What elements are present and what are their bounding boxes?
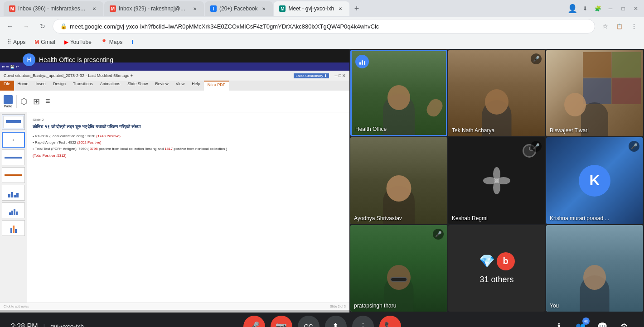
ppt-notes-area[interactable]: Click to add notes Slide 2 of 3: [0, 303, 349, 310]
bookmark-gmail[interactable]: M Gmail: [31, 38, 58, 46]
bookmark-youtube[interactable]: ▶ YouTube: [61, 38, 95, 46]
tab-close-3[interactable]: ✕: [260, 5, 267, 12]
ppt-tab-file[interactable]: File: [0, 81, 14, 91]
bookmark-facebook[interactable]: f: [128, 38, 137, 46]
present-button[interactable]: ⬆: [325, 316, 347, 327]
ppt-thumb-5[interactable]: [2, 185, 25, 201]
tab-meet[interactable]: M Meet - gvj-yxco-ixh ✕: [274, 1, 349, 16]
ppt-ribbon-tabs: File Home Insert Design Transitions Anim…: [0, 81, 349, 91]
ppt-quick-styles-icon: ≡: [45, 96, 50, 106]
participant-name-you: You: [550, 303, 559, 309]
participant-name-pratap: pratapsingh tharu: [354, 303, 396, 309]
ppt-tab-view[interactable]: View: [172, 81, 188, 91]
tab-title-4: Meet - gvj-yxco-ixh: [288, 5, 334, 12]
tab-facebook[interactable]: f (20+) Facebook ✕: [205, 1, 273, 16]
ppt-tab-animations[interactable]: Animations: [97, 81, 124, 91]
ppt-bullet-3-pos1: 3795: [90, 147, 98, 151]
participant-tile-keshab: 🎤 Keshab Regmi: [448, 137, 545, 224]
ppt-thumb-4[interactable]: [2, 167, 25, 183]
minimize-button[interactable]: ─: [606, 4, 615, 13]
gmail-favicon-1: M: [9, 5, 15, 12]
browser-chrome: M Inbox (396) - mishrarakesh20@g... ✕ M …: [0, 0, 644, 49]
address-bar[interactable]: 🔒 meet.google.com/gvj-yxco-ixh?fbclid=Iw…: [53, 19, 595, 34]
tab-bar: M Inbox (396) - mishrarakesh20@g... ✕ M …: [0, 0, 644, 17]
tab-close-1[interactable]: ✕: [91, 5, 98, 12]
ppt-bullet-3-end: positive from nonlocal collection ): [173, 147, 227, 151]
ppt-tab-review[interactable]: Review: [151, 81, 172, 91]
maximize-button[interactable]: □: [619, 4, 628, 13]
ppt-tab-slideshow[interactable]: Slide Show: [124, 81, 151, 91]
ppt-thumb-6[interactable]: [2, 202, 25, 218]
more-right-button[interactable]: ⚙: [615, 317, 633, 327]
bookmark-maps[interactable]: 📍 Maps: [97, 38, 126, 46]
meeting-info: 2:28 PM | gvj-yxco-ixh: [11, 322, 84, 327]
participant-tile-ayodhya: Ayodhya Shrivastav: [350, 137, 447, 224]
participant-name-krishna: Krishna murari prasad ...: [550, 215, 609, 221]
end-call-button[interactable]: 📞: [379, 316, 401, 327]
toolbar-center: 🎤 📷 CC ⬆ ⋮ 📞: [243, 316, 401, 327]
letter-b-icon: b: [497, 252, 515, 270]
ppt-bullet-1: • RT-PCR (Local collection only) : 3028 …: [33, 134, 344, 139]
window-controls: 👤 ⬇ 🧩 ─ □ ✕: [568, 4, 640, 13]
ppt-slide-panel: 2: [0, 112, 27, 303]
refresh-button[interactable]: ↻: [36, 20, 49, 33]
ppt-paste-btn[interactable]: Paste: [4, 95, 13, 108]
gmail-bk-icon: M: [34, 39, 39, 45]
lock-icon: 🔒: [60, 23, 67, 29]
bar-2: [362, 60, 363, 65]
ppt-tab-help[interactable]: Help: [188, 81, 204, 91]
facebook-favicon: f: [210, 5, 217, 12]
bar-3: [364, 61, 365, 65]
camera-button[interactable]: 📷: [271, 316, 292, 327]
settings-icon[interactable]: ⋮: [628, 20, 640, 33]
gmail-favicon-2: M: [110, 5, 116, 12]
mic-button[interactable]: 🎤: [243, 316, 265, 327]
ppt-content-area: 2: [0, 112, 349, 303]
tab-gmail-1[interactable]: M Inbox (396) - mishrarakesh20@g... ✕: [4, 1, 103, 16]
ppt-tab-transitions[interactable]: Transitions: [69, 81, 97, 91]
ppt-tab-insert[interactable]: Insert: [32, 81, 50, 91]
bookmark-apps[interactable]: ⠿ Apps: [4, 38, 29, 46]
info-button[interactable]: ℹ: [550, 317, 568, 327]
youtube-icon: ▶: [64, 39, 68, 45]
ppt-tab-home[interactable]: Home: [14, 81, 32, 91]
bookmark-icon[interactable]: ☆: [599, 20, 611, 33]
ppt-thumb-7[interactable]: [2, 220, 25, 236]
speaking-indicator: [355, 55, 369, 68]
ppt-thumb-3[interactable]: [2, 149, 25, 165]
chat-button[interactable]: 💬: [593, 317, 611, 327]
tab-close-4[interactable]: ✕: [337, 5, 344, 12]
ppt-thumb-1[interactable]: [2, 114, 25, 130]
more-right-icon: ⚙: [620, 322, 628, 327]
meeting-code: gvj-yxco-ixh: [50, 323, 84, 327]
mute-icon-tek-nath: 🎤: [531, 53, 542, 64]
ppt-toolbar-icons: ⬡ ⊞ ≡: [20, 96, 50, 106]
participant-tile-others: 💎 b 31 others: [448, 225, 545, 312]
cc-button[interactable]: CC: [298, 316, 320, 327]
ppt-bullet-2: • Rapid Antigen Test : 4922 (2052 Positi…: [33, 140, 344, 145]
ppt-thumb-2[interactable]: 2: [2, 132, 25, 148]
ppt-tab-design[interactable]: Design: [49, 81, 69, 91]
tab-gmail-2[interactable]: M Inbox (929) - rakeshnpj@gmail.c... ✕: [104, 1, 204, 16]
new-tab-button[interactable]: +: [350, 2, 363, 15]
ppt-shapes-icon: ⬡: [20, 96, 28, 106]
back-button[interactable]: ←: [4, 20, 16, 33]
ppt-tab-nitro[interactable]: Nitro PDF: [204, 81, 229, 91]
participant-tile-krishna: K 🎤 Krishna murari prasad ...: [546, 137, 643, 224]
end-call-icon: 📞: [384, 321, 396, 327]
close-button[interactable]: ✕: [631, 4, 640, 13]
reading-list-icon[interactable]: 📋: [613, 20, 626, 33]
profile-icon[interactable]: 👤: [568, 4, 577, 13]
forward-button[interactable]: →: [20, 20, 33, 33]
apps-label: Apps: [13, 39, 25, 45]
closed-caption-icon: CC: [304, 323, 313, 327]
more-options-button[interactable]: ⋮: [352, 316, 374, 327]
gmail-bk-label: Gmail: [41, 39, 55, 45]
tab-close-2[interactable]: ✕: [191, 5, 199, 12]
extensions-icon[interactable]: 🧩: [593, 4, 602, 13]
mic-off-icon: 🎤: [248, 321, 260, 327]
people-button[interactable]: 👥 40: [571, 317, 590, 327]
tab-title-1: Inbox (396) - mishrarakesh20@g...: [18, 5, 88, 12]
downloads-icon[interactable]: ⬇: [581, 4, 590, 13]
maps-label: Maps: [109, 39, 122, 45]
